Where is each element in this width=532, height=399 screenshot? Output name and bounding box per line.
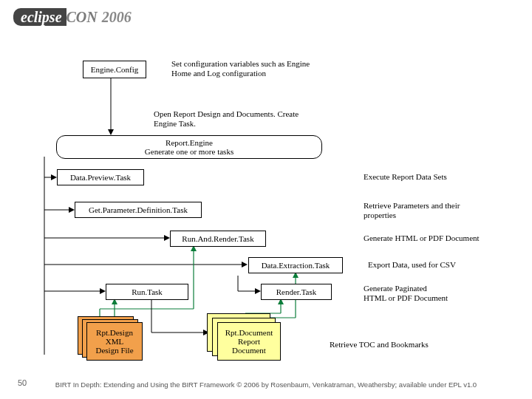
engine-config-label: Engine.Config bbox=[91, 65, 138, 74]
rpt-document-box: Rpt.Document Report Document bbox=[217, 322, 281, 361]
logo: eclipseCON2006 bbox=[13, 9, 132, 26]
svg-marker-15 bbox=[255, 288, 261, 294]
rpt-design-l3: Design File bbox=[95, 346, 133, 355]
svg-marker-1 bbox=[108, 129, 114, 135]
report-engine-l1: Report.Engine bbox=[166, 138, 213, 147]
data-preview-task-label: Data.Preview.Task bbox=[70, 173, 131, 182]
run-and-render-task-box: Run.And.Render.Task bbox=[170, 231, 266, 247]
logo-year: 2006 bbox=[102, 9, 132, 25]
logo-con: CON bbox=[66, 9, 98, 25]
render-task-label: Render.Task bbox=[276, 287, 317, 296]
render-task-box: Render.Task bbox=[261, 284, 332, 300]
rpt-design-l2: XML bbox=[106, 337, 123, 346]
data-extraction-task-label: Data.Extraction.Task bbox=[262, 261, 330, 270]
footer-text: BIRT In Depth: Extending and Using the B… bbox=[0, 381, 532, 389]
svg-marker-12 bbox=[100, 288, 106, 294]
rpt-document-l3: Document bbox=[232, 346, 266, 355]
logo-eclipse: eclipse bbox=[13, 8, 66, 26]
open-report-desc: Open Report Design and Documents. Create… bbox=[154, 109, 324, 128]
run-and-render-desc: Generate HTML or PDF Document bbox=[364, 233, 480, 243]
rpt-design-box: Rpt.Design XML Design File bbox=[86, 322, 143, 361]
data-extraction-task-box: Data.Extraction.Task bbox=[248, 257, 343, 273]
svg-marker-6 bbox=[69, 207, 75, 213]
svg-marker-10 bbox=[242, 262, 248, 267]
data-preview-desc: Execute Report Data Sets bbox=[364, 172, 447, 182]
data-extraction-desc: Export Data, used for CSV bbox=[368, 260, 456, 270]
data-preview-task-box: Data.Preview.Task bbox=[57, 169, 144, 185]
rpt-document-l2: Report bbox=[238, 337, 260, 346]
get-parameter-desc: Retrieve Parameters and their properties bbox=[364, 201, 482, 219]
svg-marker-4 bbox=[51, 174, 57, 180]
rpt-document-l1: Rpt.Document bbox=[225, 328, 273, 337]
get-parameter-task-box: Get.Parameter.Definition.Task bbox=[75, 202, 202, 218]
run-task-box: Run.Task bbox=[106, 284, 188, 300]
run-and-render-task-label: Run.And.Render.Task bbox=[182, 234, 253, 243]
rpt-design-l1: Rpt.Design bbox=[96, 328, 133, 337]
report-engine-l2: Generate one or more tasks bbox=[145, 147, 233, 156]
engine-config-box: Engine.Config bbox=[83, 61, 146, 78]
run-task-label: Run.Task bbox=[132, 287, 163, 296]
render-task-desc: Generate Paginated HTML or PDF Document bbox=[364, 284, 448, 302]
get-parameter-task-label: Get.Parameter.Definition.Task bbox=[89, 205, 188, 214]
engine-config-desc: Set configuration variables such as Engi… bbox=[171, 59, 319, 78]
retrieve-toc-desc: Retrieve TOC and Bookmarks bbox=[330, 340, 429, 349]
svg-marker-8 bbox=[164, 235, 170, 241]
slide: eclipseCON2006 Engine.Config Set configu… bbox=[0, 0, 532, 399]
report-engine-box: Report.Engine Generate one or more tasks bbox=[56, 135, 322, 159]
